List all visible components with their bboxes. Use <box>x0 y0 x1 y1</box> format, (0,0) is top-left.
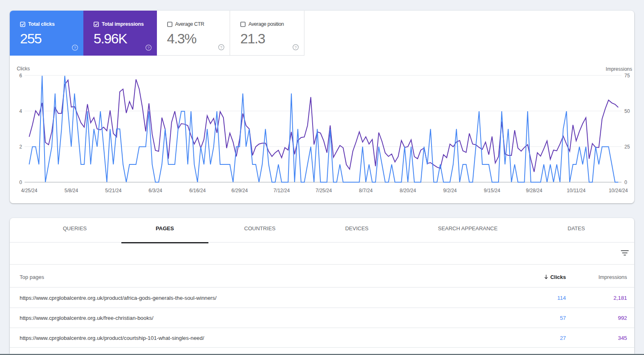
svg-text:9/15/24: 9/15/24 <box>484 188 500 193</box>
svg-text:10/24/24: 10/24/24 <box>609 188 628 193</box>
svg-text:6: 6 <box>19 73 22 79</box>
svg-text:9/2/24: 9/2/24 <box>443 188 457 193</box>
svg-text:9/28/24: 9/28/24 <box>526 188 542 193</box>
svg-text:7/12/24: 7/12/24 <box>273 188 290 193</box>
svg-text:4/25/24: 4/25/24 <box>21 188 37 193</box>
svg-text:5/8/24: 5/8/24 <box>65 188 78 193</box>
svg-text:8/7/24: 8/7/24 <box>359 188 373 193</box>
svg-text:2: 2 <box>19 144 22 150</box>
svg-text:10/11/24: 10/11/24 <box>567 188 586 193</box>
svg-text:8/20/24: 8/20/24 <box>400 188 416 193</box>
svg-text:25: 25 <box>624 144 630 150</box>
svg-text:75: 75 <box>624 73 630 79</box>
svg-text:4: 4 <box>19 108 22 114</box>
svg-text:?: ? <box>147 45 149 50</box>
svg-text:6/16/24: 6/16/24 <box>189 188 206 193</box>
svg-text:Clicks: Clicks <box>17 66 30 72</box>
svg-text:?: ? <box>220 45 222 49</box>
svg-text:7/25/24: 7/25/24 <box>315 188 332 193</box>
svg-text:5/21/24: 5/21/24 <box>105 188 121 193</box>
svg-text:6/29/24: 6/29/24 <box>231 188 248 193</box>
svg-text:0: 0 <box>19 180 22 185</box>
svg-text:?: ? <box>295 45 297 49</box>
svg-text:0: 0 <box>624 180 627 185</box>
svg-text:50: 50 <box>624 108 630 114</box>
svg-text:?: ? <box>74 45 76 50</box>
svg-text:Impressions: Impressions <box>606 66 632 72</box>
svg-text:6/3/24: 6/3/24 <box>149 188 163 193</box>
